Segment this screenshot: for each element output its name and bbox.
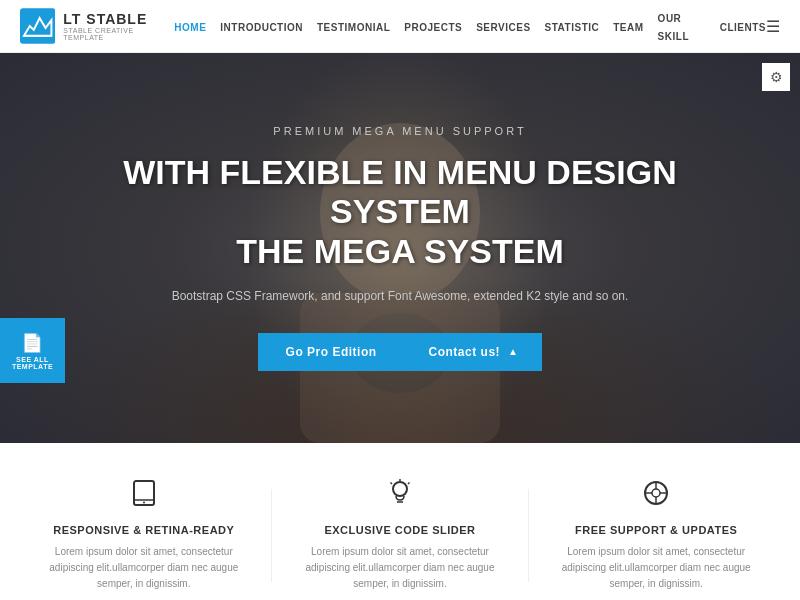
- feature-divider-1: [271, 489, 272, 582]
- hero-title-line1: WITH FLEXIBLE IN MENU DESIGN SYSTEM: [123, 153, 676, 230]
- svg-point-9: [393, 482, 407, 496]
- nav-item-team[interactable]: TEAM: [613, 17, 643, 35]
- features-section: RESPONSIVE & RETINA-READY Lorem ipsum do…: [0, 443, 800, 600]
- nav-item-testimonial[interactable]: TESTIMONIAL: [317, 17, 390, 35]
- nav-item-clients[interactable]: CLIENTS: [720, 17, 766, 35]
- nav-item-introduction[interactable]: INTRODUCTION: [220, 17, 303, 35]
- svg-line-12: [390, 483, 392, 485]
- feature-support-desc: Lorem ipsum dolor sit amet, consectetur …: [556, 544, 756, 592]
- brand-logo: [20, 8, 55, 44]
- contact-label: Contact us!: [429, 345, 501, 359]
- brand-name: LT STABLE: [63, 11, 174, 27]
- template-badge-icon: 📄: [21, 332, 44, 354]
- feature-support: FREE SUPPORT & UPDATES Lorem ipsum dolor…: [556, 479, 756, 592]
- hero-description: Bootstrap CSS Framework, and support Fon…: [60, 289, 740, 303]
- svg-point-8: [143, 502, 145, 504]
- svg-rect-0: [20, 8, 55, 43]
- brand: LT STABLE STABLE CREATIVE TEMPLATE: [20, 8, 174, 44]
- nav-item-home[interactable]: HOME: [174, 17, 206, 35]
- hero-background: PREMIUM MEGA MENU SUPPORT WITH FLEXIBLE …: [0, 53, 800, 443]
- hero-title: WITH FLEXIBLE IN MENU DESIGN SYSTEM THE …: [60, 153, 740, 270]
- feature-divider-2: [528, 489, 529, 582]
- svg-rect-6: [134, 481, 154, 505]
- hamburger-icon[interactable]: ☰: [766, 17, 780, 36]
- feature-responsive-desc: Lorem ipsum dolor sit amet, consectetur …: [44, 544, 244, 592]
- nav-item-projects[interactable]: PROJECTS: [404, 17, 462, 35]
- feature-support-title: FREE SUPPORT & UPDATES: [575, 524, 737, 536]
- nav-links: HOME INTRODUCTION TESTIMONIAL PROJECTS S…: [174, 8, 766, 44]
- nav-item-statistic[interactable]: STATISTIC: [545, 17, 600, 35]
- svg-point-15: [652, 489, 660, 497]
- settings-gear[interactable]: ⚙: [762, 63, 790, 91]
- feature-slider-title: EXCLUSIVE CODE SLIDER: [324, 524, 475, 536]
- feature-responsive-title: RESPONSIVE & RETINA-READY: [53, 524, 234, 536]
- nav-item-services[interactable]: SERVICES: [476, 17, 530, 35]
- nav-item-ourskill[interactable]: OUR SKILL: [658, 8, 706, 44]
- hero-subtitle: PREMIUM MEGA MENU SUPPORT: [60, 125, 740, 137]
- tablet-icon: [130, 479, 158, 512]
- bulb-icon: [386, 479, 414, 512]
- template-badge[interactable]: 📄 SEE ALLTEMPLATE: [0, 318, 65, 383]
- svg-line-13: [408, 483, 410, 485]
- feature-slider: EXCLUSIVE CODE SLIDER Lorem ipsum dolor …: [300, 479, 500, 592]
- feature-responsive: RESPONSIVE & RETINA-READY Lorem ipsum do…: [44, 479, 244, 592]
- hero-content: PREMIUM MEGA MENU SUPPORT WITH FLEXIBLE …: [0, 125, 800, 370]
- brand-tagline: STABLE CREATIVE TEMPLATE: [63, 27, 174, 41]
- gear-icon: ⚙: [770, 69, 783, 85]
- support-icon: [642, 479, 670, 512]
- brand-text: LT STABLE STABLE CREATIVE TEMPLATE: [63, 11, 174, 41]
- chevron-up-icon: ▲: [508, 346, 518, 357]
- template-badge-text: SEE ALLTEMPLATE: [12, 356, 53, 370]
- hero-section: PREMIUM MEGA MENU SUPPORT WITH FLEXIBLE …: [0, 53, 800, 443]
- hero-buttons: Go Pro Edition Contact us! ▲: [60, 333, 740, 371]
- go-pro-button[interactable]: Go Pro Edition: [258, 333, 405, 371]
- feature-slider-desc: Lorem ipsum dolor sit amet, consectetur …: [300, 544, 500, 592]
- contact-button[interactable]: Contact us! ▲: [405, 333, 543, 371]
- hero-title-line2: THE MEGA SYSTEM: [236, 232, 563, 270]
- navbar: LT STABLE STABLE CREATIVE TEMPLATE HOME …: [0, 0, 800, 53]
